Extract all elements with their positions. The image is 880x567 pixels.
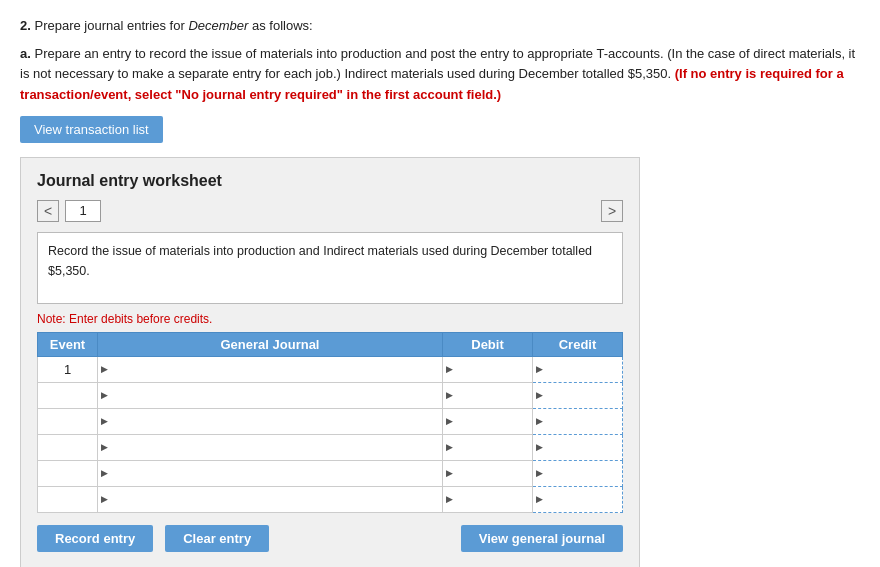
clear-entry-button[interactable]: Clear entry <box>165 525 269 552</box>
journal-cell[interactable] <box>98 382 443 408</box>
journal-table: Event General Journal Debit Credit 1 <box>37 332 623 513</box>
debit-cell[interactable] <box>443 408 533 434</box>
col-header-journal: General Journal <box>98 332 443 356</box>
table-row <box>38 460 623 486</box>
credit-cell[interactable] <box>533 408 623 434</box>
col-header-debit: Debit <box>443 332 533 356</box>
journal-cell[interactable] <box>98 486 443 512</box>
journal-cell[interactable] <box>98 460 443 486</box>
credit-cell[interactable] <box>533 434 623 460</box>
table-row <box>38 408 623 434</box>
credit-cell[interactable] <box>533 486 623 512</box>
journal-entry-worksheet: Journal entry worksheet < 1 > Record the… <box>20 157 640 567</box>
journal-cell[interactable] <box>98 434 443 460</box>
debit-cell[interactable] <box>443 382 533 408</box>
table-row <box>38 434 623 460</box>
debit-cell[interactable] <box>443 486 533 512</box>
journal-cell[interactable] <box>98 408 443 434</box>
event-cell[interactable] <box>38 382 98 408</box>
credit-cell[interactable] <box>533 382 623 408</box>
record-entry-button[interactable]: Record entry <box>37 525 153 552</box>
note-text: Note: Enter debits before credits. <box>37 312 623 326</box>
tab-number: 1 <box>65 200 101 222</box>
debit-cell[interactable] <box>443 434 533 460</box>
table-row <box>38 486 623 512</box>
problem-number: 2. Prepare journal entries for December … <box>20 16 860 36</box>
credit-cell[interactable] <box>533 356 623 382</box>
event-cell[interactable] <box>38 486 98 512</box>
event-cell[interactable]: 1 <box>38 356 98 382</box>
event-cell[interactable] <box>38 460 98 486</box>
table-row: 1 <box>38 356 623 382</box>
next-button[interactable]: > <box>601 200 623 222</box>
action-buttons-row: Record entry Clear entry View general jo… <box>37 525 623 552</box>
worksheet-description: Record the issue of materials into produ… <box>37 232 623 304</box>
debit-cell[interactable] <box>443 460 533 486</box>
prev-button[interactable]: < <box>37 200 59 222</box>
credit-cell[interactable] <box>533 460 623 486</box>
view-transaction-list-button[interactable]: View transaction list <box>20 116 163 143</box>
col-header-event: Event <box>38 332 98 356</box>
col-header-credit: Credit <box>533 332 623 356</box>
debit-cell[interactable] <box>443 356 533 382</box>
sub-problem: a. Prepare an entry to record the issue … <box>20 44 860 106</box>
worksheet-navigation: < 1 > <box>37 200 623 222</box>
worksheet-title: Journal entry worksheet <box>37 172 623 190</box>
table-row <box>38 382 623 408</box>
event-cell[interactable] <box>38 434 98 460</box>
view-general-journal-button[interactable]: View general journal <box>461 525 623 552</box>
journal-cell[interactable] <box>98 356 443 382</box>
event-cell[interactable] <box>38 408 98 434</box>
